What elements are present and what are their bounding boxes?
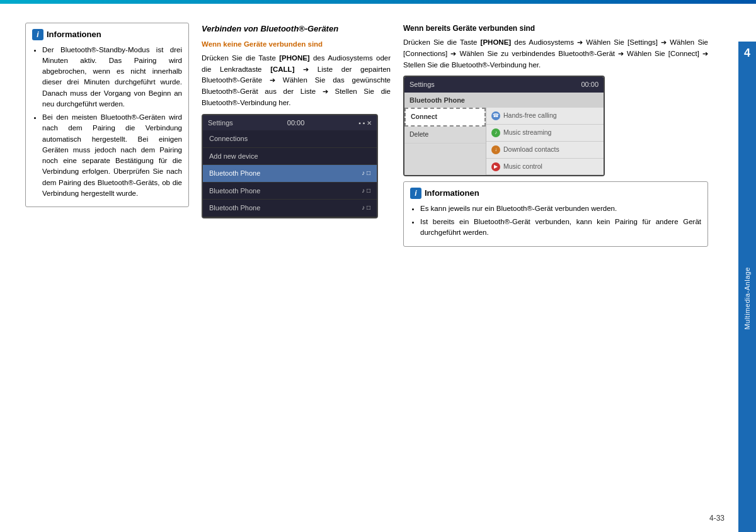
info-item-right-1: Es kann jeweils nur ein Bluetooth®-Gerät…	[420, 203, 701, 214]
info-icon-right: i	[410, 188, 421, 199]
screen2-left-panel: Connect Delete	[404, 108, 486, 175]
screen-header-settings: Settings	[208, 118, 233, 128]
info-list-left: Der Bluetooth®-Standby-Modus ist drei Mi…	[32, 45, 182, 200]
right-section-title: Wenn bereits Geräte verbunden sind	[403, 23, 708, 34]
screen-item-icons-3: ♪ □	[362, 203, 370, 212]
info-box-right: i Informationen Es kann jeweils nur ein …	[403, 181, 708, 246]
screen-header-right: Settings 00:00	[404, 77, 604, 93]
screen2-time: 00:00	[581, 79, 598, 90]
screen-header-middle: Settings 00:00 ▪ ▪ ✕	[203, 115, 377, 131]
info-title-right: Informationen	[425, 187, 479, 200]
screen-item-connections: Connections	[203, 130, 377, 148]
middle-subsection-title: Wenn keine Geräte verbunden sind	[202, 39, 391, 50]
screen-header-time: 00:00	[287, 118, 305, 128]
middle-body1: Drücken Sie die Taste [PHONE] des Audios…	[202, 53, 391, 109]
side-tab: Multimedia-Anlage	[738, 64, 756, 532]
info-item-left-1: Der Bluetooth®-Standby-Modus ist drei Mi…	[42, 45, 182, 110]
info-title-left: Informationen	[47, 28, 101, 41]
screen-item-bt-phone-2: Bluetooth Phone ♪ □	[203, 183, 377, 200]
screen2-bt-phone-label: Bluetooth Phone	[410, 96, 465, 104]
screen2-panel-label-3: Download contacts	[503, 145, 559, 155]
screen-item-icons-1: ♪ □	[362, 168, 370, 178]
phone-icon: ☎	[491, 111, 500, 120]
music-icon: ♪	[491, 128, 500, 137]
col-right: Wenn bereits Geräte verbunden sind Drück…	[403, 23, 708, 519]
screen2-panel-label-1: Hands-free calling	[503, 111, 557, 121]
screen-item-icons-2: ♪ □	[362, 186, 370, 195]
info-box-left: i Informationen Der Bluetooth®-Standby-M…	[25, 23, 189, 207]
info-box-right-title: i Informationen	[410, 187, 701, 200]
screen2-title-bar: Bluetooth Phone	[404, 93, 604, 108]
screen2-panel-item-2: ♪ Music streaming	[486, 125, 604, 142]
screen2-panel-item-3: ↓ Download contacts	[486, 142, 604, 159]
screen2-connect-item: Connect	[404, 108, 486, 127]
screen-item-add-device: Add new device	[203, 148, 377, 166]
info-item-left-2: Bei den meisten Bluetooth®-Geräten wird …	[42, 112, 182, 199]
page-number: 4-33	[709, 514, 724, 523]
info-box-left-title: i Informationen	[32, 28, 182, 41]
info-icon-left: i	[32, 29, 43, 40]
screen-mockup-middle: Settings 00:00 ▪ ▪ ✕ Connections Add new…	[202, 114, 378, 218]
info-item-right-2: Ist bereits ein Bluetooth®-Gerät verbund…	[420, 217, 701, 239]
play-icon: ▶	[491, 162, 500, 171]
screen2-right-panel: ☎ Hands-free calling ♪ Music streaming ↓…	[486, 108, 604, 175]
side-tab-label: Multimedia-Anlage	[743, 267, 751, 330]
screen2-body: Connect Delete ☎ Hands-free calling ♪ Mu…	[404, 108, 604, 175]
screen2-delete-item: Delete	[404, 127, 486, 144]
screen-mockup-right: Settings 00:00 Bluetooth Phone Connect D…	[403, 76, 605, 176]
col-middle: Verbinden von Bluetooth®-Geräten Wenn ke…	[202, 23, 391, 519]
screen2-panel-label-2: Music streaming	[503, 128, 551, 138]
right-body2: Drücken Sie die Taste [PHONE] des Audios…	[403, 37, 708, 71]
col-left: i Informationen Der Bluetooth®-Standby-M…	[25, 23, 189, 519]
info-list-right: Es kann jeweils nur ein Bluetooth®-Gerät…	[410, 203, 701, 239]
tab-number: 4	[738, 42, 756, 64]
screen-body-middle: Connections Add new device Bluetooth Pho…	[203, 130, 377, 217]
middle-section-title: Verbinden von Bluetooth®-Geräten	[202, 23, 391, 35]
screen2-panel-item-1: ☎ Hands-free calling	[486, 108, 604, 125]
screen2-panel-label-4: Music control	[503, 162, 542, 172]
screen-item-bt-phone-3: Bluetooth Phone ♪ □	[203, 200, 377, 217]
screen2-settings-label: Settings	[410, 79, 435, 90]
download-icon: ↓	[491, 145, 500, 154]
screen2-panel-item-4: ▶ Music control	[486, 159, 604, 176]
screen-header-icons: ▪ ▪ ✕	[358, 118, 372, 128]
screen-item-bt-phone-1: Bluetooth Phone ♪ □	[203, 165, 377, 183]
